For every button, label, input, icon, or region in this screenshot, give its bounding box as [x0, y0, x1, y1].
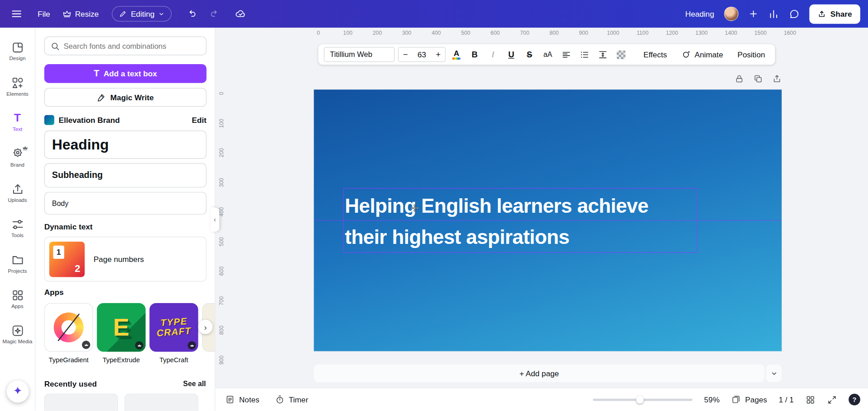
heading-style-card[interactable]: Heading	[44, 131, 207, 159]
add-page-button[interactable]: + Add page	[314, 364, 764, 382]
underline-button[interactable]: U	[504, 47, 519, 62]
body-style-card[interactable]: Body	[44, 192, 207, 215]
transparency-button[interactable]	[613, 47, 628, 62]
undo-icon[interactable]	[187, 9, 197, 19]
app-tile-typecraft[interactable]: TYPE CRAFT	[150, 303, 198, 352]
duplicate-page-icon[interactable]	[754, 74, 763, 84]
sidebar-item-uploads[interactable]: Uploads	[0, 175, 35, 210]
redo-icon[interactable]	[209, 9, 219, 19]
grid-view-icon[interactable]	[806, 395, 816, 405]
sidebar-item-design[interactable]: Design	[0, 33, 35, 68]
avatar[interactable]	[724, 7, 739, 21]
ruler-label: 300	[218, 174, 224, 191]
brand-edit-link[interactable]: Edit	[192, 116, 206, 125]
recent-item[interactable]	[125, 394, 198, 411]
add-page-options-button[interactable]	[766, 364, 782, 382]
sidebar-item-tools[interactable]: Tools	[0, 210, 35, 245]
effects-button[interactable]: Effects	[643, 50, 667, 59]
magic-write-button[interactable]: Magic Write	[44, 88, 207, 107]
ruler-label: 200	[218, 145, 224, 161]
notes-button[interactable]: Notes	[225, 395, 259, 405]
ruler-label: 200	[373, 30, 382, 36]
sidebar-item-label: Text	[13, 126, 22, 132]
page-indicator: 1 / 1	[779, 395, 794, 404]
help-button[interactable]: ?	[849, 394, 860, 406]
sidebar-item-text[interactable]: T Text	[0, 104, 35, 139]
search-input[interactable]	[45, 42, 206, 50]
chevron-down-icon	[158, 11, 164, 17]
sidebar-item-apps[interactable]: Apps	[0, 281, 35, 316]
spacing-button[interactable]	[595, 47, 610, 62]
app-tile-typeextrude[interactable]: E	[97, 303, 146, 352]
app-tile-typegradient[interactable]	[44, 303, 93, 352]
pages-icon	[731, 395, 741, 405]
share-button[interactable]: Share	[809, 4, 860, 23]
sidebar-item-magic-media[interactable]: Magic Media	[0, 316, 35, 351]
strikethrough-button[interactable]: S	[522, 47, 537, 62]
text-case-button[interactable]: aA	[540, 47, 555, 62]
animate-button[interactable]: Animate	[681, 50, 723, 59]
ruler-label: 600	[218, 263, 224, 280]
subheading-style-card[interactable]: Subheading	[44, 163, 207, 187]
increase-font-size-button[interactable]: +	[436, 50, 441, 59]
resize-label: Resize	[75, 9, 99, 19]
canvas-page[interactable]: Helping English learners achieve their h…	[314, 89, 782, 351]
brand-kit-row: Ellevation Brand Edit	[44, 114, 207, 126]
timer-label: Timer	[289, 395, 308, 404]
sidebar-item-label: Projects	[8, 268, 27, 273]
sidebar-item-projects[interactable]: Projects	[0, 246, 35, 281]
resize-menu[interactable]: Resize	[62, 9, 99, 19]
sparkle-icon	[12, 385, 24, 397]
notes-icon	[225, 395, 235, 405]
alignment-button[interactable]	[559, 47, 574, 62]
pages-button[interactable]: Pages	[731, 395, 767, 405]
export-page-icon[interactable]	[772, 74, 782, 84]
notes-label: Notes	[239, 395, 259, 404]
canvas-text-element[interactable]: Helping English learners achieve their h…	[343, 188, 698, 252]
zoom-slider-knob[interactable]	[636, 396, 643, 403]
font-size-stepper: − 63 +	[398, 47, 445, 62]
document-title[interactable]: Heading	[685, 9, 714, 19]
fullscreen-icon[interactable]	[827, 395, 837, 405]
editing-mode-dropdown[interactable]: Editing	[112, 6, 172, 21]
ruler-label: 500	[461, 30, 470, 36]
insights-icon[interactable]	[769, 9, 779, 19]
sidebar-item-elements[interactable]: Elements	[0, 69, 35, 104]
ruler-label: 500	[218, 233, 224, 250]
lock-icon[interactable]	[735, 74, 744, 84]
brand-icon	[11, 147, 24, 160]
font-color-button[interactable]: A	[449, 47, 464, 62]
timer-button[interactable]: Timer	[275, 395, 308, 405]
workspace: 0100200300400500600700800900100011001200…	[215, 28, 868, 388]
add-text-box-button[interactable]: T Add a text box	[44, 64, 207, 83]
page-numbers-thumbnail: 1 2	[49, 241, 85, 276]
assistant-button[interactable]	[7, 380, 29, 402]
chevron-down-icon	[770, 370, 778, 377]
recent-item[interactable]	[44, 394, 118, 411]
decrease-font-size-button[interactable]: −	[403, 50, 408, 59]
add-member-icon[interactable]	[749, 9, 759, 19]
file-menu[interactable]: File	[38, 9, 50, 19]
position-button[interactable]: Position	[737, 50, 765, 59]
bold-button[interactable]: B	[467, 47, 482, 62]
page-numbers-card[interactable]: 1 2 Page numbers	[44, 237, 207, 281]
comments-icon[interactable]	[789, 9, 799, 19]
ruler-top[interactable]: 0100200300400500600700800900100011001200…	[215, 28, 868, 38]
ruler-label: 1600	[784, 30, 796, 36]
menu-icon[interactable]	[11, 8, 22, 19]
app-tiles-row: E TYPE CRAFT	[44, 303, 215, 352]
font-name: Titillium Web	[330, 50, 373, 58]
zoom-slider[interactable]	[593, 398, 692, 401]
see-all-link[interactable]: See all	[183, 379, 206, 388]
sidebar-item-brand[interactable]: Brand	[0, 140, 35, 175]
apps-scroll-next-button[interactable]: ›	[198, 320, 212, 334]
font-color-letter: A	[453, 49, 459, 57]
pencil-icon	[119, 10, 127, 18]
panel-collapse-button[interactable]: ‹	[210, 207, 219, 232]
italic-button[interactable]: I	[486, 47, 500, 62]
font-family-select[interactable]: Titillium Web	[324, 47, 395, 62]
zoom-value[interactable]: 59%	[704, 395, 720, 404]
sidebar-item-label: Uploads	[8, 197, 27, 203]
list-button[interactable]	[577, 47, 592, 62]
font-size-value[interactable]: 63	[418, 50, 426, 59]
